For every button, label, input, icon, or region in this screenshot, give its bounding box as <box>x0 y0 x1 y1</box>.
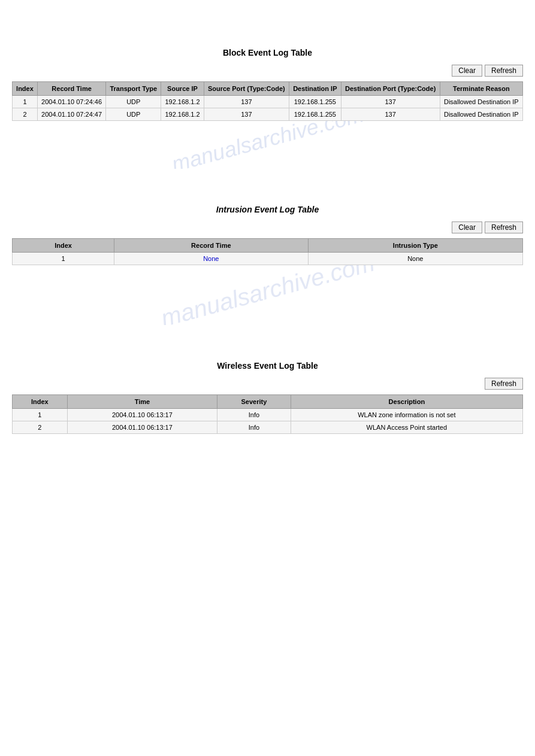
wireless-table-title: Wireless Event Log Table <box>12 361 523 371</box>
block-row-record-time: 2004.01.10 07:24:46 <box>37 96 105 108</box>
intrusion-table-buttons: Clear Refresh <box>12 221 523 233</box>
intrusion-event-section: Intrusion Event Log Table Clear Refresh … <box>12 205 523 325</box>
intrusion-table-header-row: Index Record Time Intrusion Type <box>13 239 523 253</box>
block-col-transport-type: Transport Type <box>106 82 161 96</box>
intrusion-row-intrusion-type: None <box>308 253 522 265</box>
block-row-dest-ip: 192.168.1.255 <box>289 96 341 108</box>
block-event-table: Index Record Time Transport Type Source … <box>12 81 523 121</box>
block-col-dest-ip: Destination IP <box>289 82 341 96</box>
intrusion-col-record-time: Record Time <box>114 239 309 253</box>
block-row-terminate-reason: Disallowed Destination IP <box>440 96 522 108</box>
block-row-source-port: 137 <box>204 108 289 121</box>
watermark-1: manualsarchive.com <box>169 121 367 169</box>
wireless-row-time: 2004.01.10 06:13:17 <box>67 421 217 434</box>
block-table-row: 1 2004.01.10 07:24:46 UDP 192.168.1.2 13… <box>13 96 523 108</box>
block-row-source-ip: 192.168.1.2 <box>161 96 204 108</box>
wireless-table-header-row: Index Time Severity Description <box>13 395 523 409</box>
wireless-row-time: 2004.01.10 06:13:17 <box>67 409 217 421</box>
block-watermark-area: manualsarchive.com <box>12 121 523 169</box>
block-row-dest-ip: 192.168.1.255 <box>289 108 341 121</box>
block-row-dest-port: 137 <box>341 96 440 108</box>
wireless-event-section: Wireless Event Log Table Refresh Index T… <box>12 361 523 434</box>
wireless-event-table: Index Time Severity Description 1 2004.0… <box>12 394 523 434</box>
wireless-col-description: Description <box>291 395 522 409</box>
wireless-table-buttons: Refresh <box>12 378 523 390</box>
block-row-dest-port: 137 <box>341 108 440 121</box>
wireless-col-time: Time <box>67 395 217 409</box>
block-refresh-button[interactable]: Refresh <box>485 65 523 77</box>
block-row-terminate-reason: Disallowed Destination IP <box>440 108 522 121</box>
block-clear-button[interactable]: Clear <box>452 65 482 77</box>
wireless-col-index: Index <box>13 395 68 409</box>
intrusion-col-intrusion-type: Intrusion Type <box>308 239 522 253</box>
block-table-row: 2 2004.01.10 07:24:47 UDP 192.168.1.2 13… <box>13 108 523 121</box>
block-row-source-port: 137 <box>204 96 289 108</box>
intrusion-col-index: Index <box>13 239 114 253</box>
block-row-record-time: 2004.01.10 07:24:47 <box>37 108 105 121</box>
wireless-refresh-button[interactable]: Refresh <box>485 378 523 390</box>
intrusion-table-title: Intrusion Event Log Table <box>12 205 523 214</box>
intrusion-clear-button[interactable]: Clear <box>452 221 482 233</box>
block-col-dest-port: Destination Port (Type:Code) <box>341 82 440 96</box>
intrusion-row-record-time: None <box>114 253 309 265</box>
intrusion-table-row: 1 None None <box>13 253 523 265</box>
wireless-row-index: 2 <box>13 421 68 434</box>
block-row-index: 2 <box>13 108 38 121</box>
wireless-row-description: WLAN zone information is not set <box>291 409 522 421</box>
watermark-2: manualsarchive.com <box>158 265 377 325</box>
block-col-index: Index <box>13 82 38 96</box>
block-col-terminate-reason: Terminate Reason <box>440 82 522 96</box>
block-col-source-ip: Source IP <box>161 82 204 96</box>
wireless-row-description: WLAN Access Point started <box>291 421 522 434</box>
block-table-header-row: Index Record Time Transport Type Source … <box>13 82 523 96</box>
block-table-title: Block Event Log Table <box>12 48 523 57</box>
block-table-buttons: Clear Refresh <box>12 65 523 77</box>
block-col-source-port: Source Port (Type:Code) <box>204 82 289 96</box>
wireless-row-index: 1 <box>13 409 68 421</box>
wireless-row-severity: Info <box>217 409 291 421</box>
intrusion-refresh-button[interactable]: Refresh <box>485 221 523 233</box>
wireless-table-row: 1 2004.01.10 06:13:17 Info WLAN zone inf… <box>13 409 523 421</box>
intrusion-watermark-area: manualsarchive.com <box>12 265 523 325</box>
block-row-source-ip: 192.168.1.2 <box>161 108 204 121</box>
block-event-section: Block Event Log Table Clear Refresh Inde… <box>12 48 523 169</box>
intrusion-event-table: Index Record Time Intrusion Type 1 None … <box>12 238 523 265</box>
block-row-index: 1 <box>13 96 38 108</box>
intrusion-row-index: 1 <box>13 253 114 265</box>
wireless-col-severity: Severity <box>217 395 291 409</box>
wireless-row-severity: Info <box>217 421 291 434</box>
block-col-record-time: Record Time <box>37 82 105 96</box>
wireless-table-row: 2 2004.01.10 06:13:17 Info WLAN Access P… <box>13 421 523 434</box>
block-row-transport-type: UDP <box>106 96 161 108</box>
block-row-transport-type: UDP <box>106 108 161 121</box>
